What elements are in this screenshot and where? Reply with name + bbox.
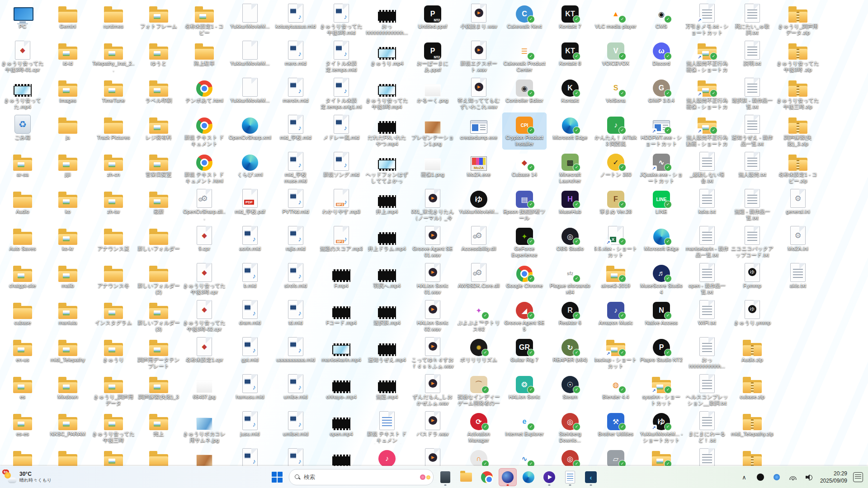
- desktop-icon[interactable]: 説明.txt: [731, 39, 774, 75]
- taskbar-app-code-editor[interactable]: ‹: [582, 468, 600, 486]
- desktop-icon[interactable]: ニコニコバックアップコード.txt: [731, 224, 774, 260]
- desktop-icon[interactable]: 調声用データテンプレート: [137, 335, 180, 371]
- desktop-icon[interactable]: PNT2おーばーまにあ.ppsf: [411, 39, 454, 75]
- desktop-icon[interactable]: ♪b.mid: [228, 261, 272, 297]
- clock[interactable]: 20:29 2025/09/09: [818, 470, 849, 484]
- desktop-icon[interactable]: 無題.mp4: [365, 372, 409, 408]
- desktop-icon[interactable]: ◢✓Groove Agent SE 5: [503, 298, 546, 334]
- desktop-icon[interactable]: 画像1.png: [411, 150, 454, 186]
- desktop-icon[interactable]: Audio.zip: [731, 335, 774, 371]
- desktop-icon[interactable]: ♻ごみ箱: [1, 113, 44, 149]
- desktop-icon[interactable]: H✓MuseHub: [548, 187, 592, 223]
- desktop-icon[interactable]: Fコード.mp4: [320, 298, 363, 334]
- desktop-icon[interactable]: zh-cn: [92, 150, 135, 186]
- desktop-icon[interactable]: プレゼンテーション1.png: [411, 113, 454, 149]
- desktop-icon[interactable]: NKSC_PARAM: [46, 409, 90, 446]
- desktop-icon[interactable]: ◆きゅうり食ってた午後3時-02.cpr: [183, 298, 226, 334]
- desktop-icon[interactable]: F✓筆まめ Ver.28: [594, 187, 637, 223]
- desktop-icon[interactable]: 最新: [137, 187, 180, 223]
- desktop-icon[interactable]: テンポあて.html: [183, 76, 226, 112]
- desktop-icon[interactable]: id-id: [46, 39, 90, 75]
- desktop-icon[interactable]: OpenCvSharp.xml: [228, 113, 272, 149]
- notification-center-icon[interactable]: [851, 469, 865, 485]
- desktop-icon[interactable]: cubase.zip: [731, 372, 774, 408]
- desktop-icon[interactable]: V✓VOICEVOX: [594, 39, 637, 75]
- desktop-icon[interactable]: 新規 テキスト ドキュメント.musicxml: [365, 409, 409, 446]
- desktop-icon[interactable]: ❂✓HALion Sonic: [503, 372, 546, 408]
- desktop-icon[interactable]: ko: [46, 187, 90, 223]
- desktop-icon[interactable]: open.mp4: [320, 409, 363, 446]
- desktop-icon[interactable]: maniuta: [46, 298, 90, 334]
- taskbar-app-chrome[interactable]: [478, 468, 496, 486]
- desktop-icon[interactable]: e✓Internet Explorer: [503, 409, 546, 446]
- desktop-icon[interactable]: ⚙general.ini: [776, 187, 820, 223]
- desktop-icon[interactable]: KT✓Kontakt 7: [548, 2, 592, 38]
- desktop-icon[interactable]: malib: [46, 261, 90, 297]
- desktop-icon[interactable]: ♪✓かんたん！ AITalk 3 関西風: [594, 113, 637, 149]
- desktop-icon[interactable]: KT✓Kontakt 8: [548, 39, 592, 75]
- desktop-icon[interactable]: ゆうと: [137, 39, 180, 75]
- desktop-icon[interactable]: ♪mid_学校.mid: [274, 113, 317, 149]
- desktop-icon[interactable]: ◆✓Cubase 14: [503, 150, 546, 186]
- desktop-icon[interactable]: ▶こってゆｈｄすおｆｄｓｂふぁ.wav: [411, 335, 454, 371]
- desktop-icon[interactable]: 選択肢.mp4: [365, 298, 409, 334]
- desktop-icon[interactable]: ◆9.cpr: [183, 224, 226, 260]
- desktop-icon[interactable]: きゅうり食ってた午後3時.mp4: [365, 76, 409, 112]
- desktop-icon[interactable]: 井上.mp4: [365, 187, 409, 223]
- desktop-icon[interactable]: ja: [46, 113, 90, 149]
- desktop-icon[interactable]: midi_Telepathy: [46, 335, 90, 371]
- taskbar-app-dark-app[interactable]: [436, 468, 454, 486]
- desktop-icon[interactable]: ♪umibe.mid: [274, 372, 317, 408]
- desktop-icon[interactable]: ラベル印刷: [137, 76, 180, 112]
- desktop-icon[interactable]: ✹✓ポリリリリズム: [457, 335, 500, 371]
- desktop-icon[interactable]: Telepathy_Inst_2...: [92, 39, 135, 75]
- desktop-icon[interactable]: おっ hhhhhhhhhhh...: [685, 335, 729, 371]
- desktop-icon[interactable]: ◆名称未設定1.cpr: [183, 335, 226, 371]
- taskbar-app-file-explorer[interactable]: [457, 468, 475, 486]
- desktop-icon[interactable]: ko-kr: [46, 224, 90, 260]
- tray-dark-circle-app-icon[interactable]: [753, 469, 768, 485]
- desktop-icon[interactable]: ⌒✓孤独なインディーゲーム開発者の一生 ...: [457, 372, 500, 408]
- desktop-icon[interactable]: 売上: [137, 409, 180, 446]
- desktop-icon[interactable]: ☉✓Steam: [548, 372, 592, 408]
- desktop-icon[interactable]: ✓↗無人販売不正行為画像 - ショートカッ...: [685, 39, 729, 75]
- desktop-icon[interactable]: ♪MP3わかりやす.mp3: [320, 187, 363, 223]
- desktop-icon[interactable]: ♪mid_学校muse.mid: [274, 150, 317, 186]
- desktop-icon[interactable]: ♪jusu.mid: [228, 409, 272, 446]
- desktop-icon[interactable]: くらび.xml: [228, 150, 272, 186]
- tray-chevron-up-icon[interactable]: ∧: [737, 469, 751, 485]
- desktop-icon[interactable]: es-es: [1, 409, 44, 446]
- desktop-icon[interactable]: Auto Saves: [1, 224, 44, 260]
- desktop-icon[interactable]: ☰✓Cakewalk Product Center: [503, 39, 546, 75]
- search-input[interactable]: 検索: [289, 469, 434, 485]
- desktop-icon[interactable]: ⟳✓Activation Manager: [457, 409, 500, 446]
- desktop-icon[interactable]: きゅうり.mp4: [365, 39, 409, 75]
- desktop-icon[interactable]: まにまにわーるど！.txt: [685, 409, 729, 446]
- desktop-icon[interactable]: ▶Groove Agent SE 01.wav: [411, 224, 454, 260]
- desktop-icon[interactable]: _起動しない場合.txt: [685, 150, 729, 186]
- desktop-icon[interactable]: ♪uaaaaaaaaa.mid: [274, 335, 317, 371]
- desktop-icon[interactable]: ▲✓VLC media player: [594, 2, 637, 38]
- desktop-icon[interactable]: ◎✓OBS Studio: [548, 224, 592, 260]
- desktop-icon[interactable]: runtimes: [92, 2, 135, 38]
- desktop-icon[interactable]: chatgpt-site: [1, 261, 44, 297]
- desktop-icon[interactable]: ▶新規エクスポート.wav: [457, 39, 500, 75]
- desktop-icon[interactable]: アナウンス夏: [92, 224, 135, 260]
- desktop-icon[interactable]: ohhayo-.mp4: [320, 372, 363, 408]
- desktop-icon[interactable]: ◎✓Steinberg Downlo...: [548, 409, 592, 446]
- tray-blue-circle-app-icon[interactable]: [769, 469, 784, 485]
- desktop-icon[interactable]: インスタグラム: [92, 298, 135, 334]
- taskbar-app-active-media-app[interactable]: [499, 468, 517, 486]
- desktop-icon[interactable]: ⚙⚙AWSSDK.Core.dll: [457, 261, 500, 297]
- desktop-icon[interactable]: 新規 テキスト ドキュメント (2).html: [183, 113, 226, 149]
- desktop-icon[interactable]: manisekarin - 親作品一覧.txt: [685, 224, 729, 260]
- desktop-icon[interactable]: ✦✓GeForce Experience: [503, 224, 546, 260]
- desktop-icon[interactable]: ▶バスドラ.wav: [411, 409, 454, 446]
- volume-icon[interactable]: [802, 469, 816, 485]
- taskbar-app-edge[interactable]: [519, 468, 538, 486]
- desktop-icon[interactable]: ♪タイトル未設定.tempo.mid: [320, 39, 363, 75]
- desktop-icon[interactable]: cubase: [1, 298, 44, 334]
- desktop-icon[interactable]: ♬✓MuseScore Studio 4: [640, 261, 683, 297]
- taskbar-app-notepad[interactable]: [561, 468, 579, 486]
- desktop-icon[interactable]: ω✓Discord: [640, 39, 683, 75]
